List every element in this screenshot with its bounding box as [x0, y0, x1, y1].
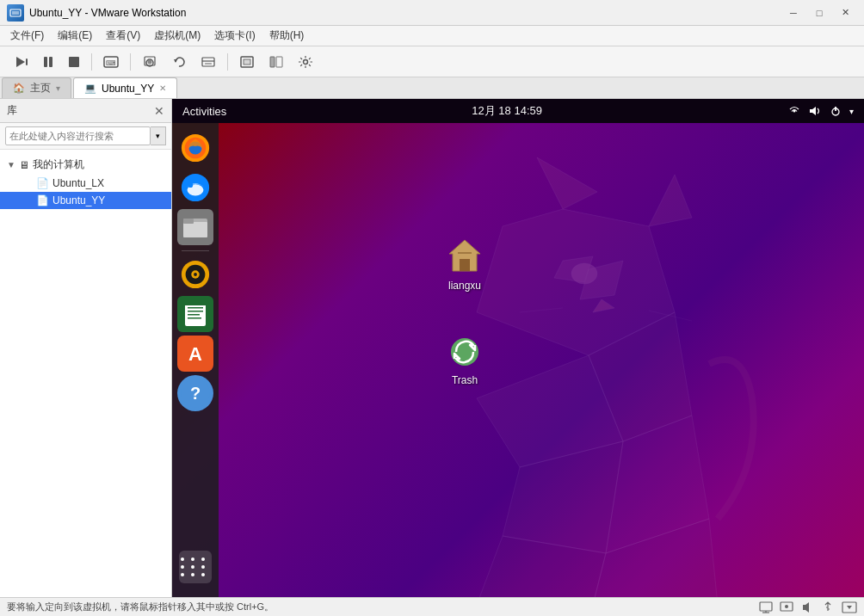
ubuntu-dock: A ? [172, 123, 219, 597]
svg-rect-18 [276, 57, 282, 67]
status-vm-icon [759, 601, 773, 613]
my-computers-label: 我的计算机 [33, 157, 84, 172]
toolbar-separator-2 [130, 53, 131, 71]
sidebar-header: 库 ✕ [0, 99, 171, 123]
my-computers-group: ▼ 🖥 我的计算机 📄 Ubuntu_LX 📄 Ubuntu_YY [0, 153, 171, 211]
menu-view[interactable]: 查看(V) [99, 27, 147, 45]
fullscreen-button[interactable] [233, 50, 261, 74]
statusbar: 要将输入定向到该虚拟机，请将鼠标指针移入其中或按 Ctrl+G。 [0, 597, 864, 616]
settings-button[interactable] [292, 50, 319, 74]
power-icon [829, 104, 842, 118]
suspend-button[interactable] [194, 50, 222, 74]
home-icon-bg [444, 235, 485, 276]
svg-rect-14 [205, 63, 212, 65]
minimize-button[interactable]: ─ [781, 3, 805, 22]
svg-point-11 [148, 59, 152, 64]
svg-rect-56 [188, 317, 201, 319]
titlebar: Ubuntu_YY - VMware Workstation ─ □ ✕ [0, 0, 864, 26]
svg-point-19 [304, 59, 308, 64]
dock-apps-grid[interactable] [179, 551, 212, 583]
dock-appcenter[interactable]: A [177, 336, 213, 372]
view-buttons[interactable] [262, 50, 290, 74]
svg-rect-5 [49, 57, 52, 67]
tab-ubuntu-yy[interactable]: 💻 Ubuntu_YY ✕ [73, 77, 177, 98]
send-ctrl-alt-del-button[interactable]: ⌨ [97, 50, 125, 74]
toolbar-separator-3 [227, 53, 228, 71]
revert-button[interactable] [165, 50, 193, 74]
dock-firefox[interactable] [177, 130, 213, 166]
status-message: 要将输入定向到该虚拟机，请将鼠标指针移入其中或按 Ctrl+G。 [7, 601, 274, 613]
menu-vm[interactable]: 虚拟机(M) [147, 27, 207, 45]
dock-help[interactable]: ? [177, 375, 213, 411]
svg-marker-71 [847, 606, 852, 609]
svg-text:A: A [188, 343, 202, 365]
svg-marker-2 [16, 57, 25, 67]
tab-ubuntu-yy-close[interactable]: ✕ [159, 83, 166, 93]
toolbar-separator-1 [91, 53, 92, 71]
search-input[interactable] [5, 126, 151, 145]
desktop-icon-home[interactable]: liangxu [435, 235, 495, 292]
tree-ubuntu-yy[interactable]: 📄 Ubuntu_YY [0, 192, 171, 209]
svg-text:?: ? [190, 384, 201, 403]
computers-icon: 🖥 [19, 159, 29, 171]
status-icons [759, 601, 857, 613]
close-button[interactable]: ✕ [833, 3, 857, 22]
svg-marker-69 [803, 602, 809, 613]
tab-ubuntu-yy-label: Ubuntu_YY [102, 83, 154, 95]
status-usb-icon [821, 601, 835, 613]
home-icon-label: liangxu [448, 280, 481, 292]
main-area: 库 ✕ ▾ ▼ 🖥 我的计算机 📄 Ubuntu_LX [0, 99, 864, 597]
power-button[interactable] [5, 50, 34, 74]
svg-point-33 [571, 263, 597, 284]
search-dropdown-button[interactable]: ▾ [151, 126, 166, 145]
menu-tabs[interactable]: 选项卡(I) [207, 27, 262, 45]
svg-point-68 [785, 605, 788, 608]
tab-home[interactable]: 🏠 主页 ▾ [2, 77, 71, 98]
vm-tree: ▼ 🖥 我的计算机 📄 Ubuntu_LX 📄 Ubuntu_YY [0, 150, 171, 597]
pause-button[interactable] [36, 50, 60, 74]
dock-libreoffice[interactable] [177, 296, 213, 332]
sidebar: 库 ✕ ▾ ▼ 🖥 我的计算机 📄 Ubuntu_LX [0, 99, 172, 597]
ubuntu-tab-icon: 💻 [84, 83, 96, 94]
svg-marker-12 [174, 59, 177, 63]
dock-files[interactable] [177, 209, 213, 245]
svg-rect-53 [188, 307, 203, 309]
svg-rect-47 [183, 219, 194, 224]
svg-rect-61 [460, 259, 470, 271]
tree-my-computers[interactable]: ▼ 🖥 我的计算机 [0, 155, 171, 175]
maximize-button[interactable]: □ [807, 3, 831, 22]
trash-icon-label: Trash [452, 374, 478, 386]
sidebar-title: 库 [7, 103, 17, 118]
snapshot-button[interactable] [136, 50, 164, 74]
tree-ubuntu-lx[interactable]: 📄 Ubuntu_LX [0, 175, 171, 192]
svg-rect-62 [458, 252, 472, 254]
stop-button[interactable] [62, 50, 86, 74]
svg-rect-3 [26, 59, 28, 65]
tab-home-label: 主页 [30, 81, 51, 95]
menu-file[interactable]: 文件(F) [3, 27, 51, 45]
ubuntu-tray: ▾ [787, 104, 854, 118]
tab-home-close[interactable]: ▾ [56, 83, 60, 93]
menu-edit[interactable]: 编辑(E) [51, 27, 99, 45]
ubuntu-clock: 12月 18 14:59 [472, 103, 542, 119]
ubuntu-desktop[interactable]: A ? [172, 123, 864, 597]
dock-thunderbird[interactable] [177, 169, 213, 206]
activities-label[interactable]: Activities [182, 105, 226, 118]
svg-rect-64 [760, 602, 772, 611]
dock-rhythmbox[interactable] [177, 256, 213, 293]
vm-viewport[interactable]: Activities 12月 18 14:59 ▾ [172, 99, 864, 597]
window-controls: ─ □ ✕ [781, 3, 857, 22]
tray-menu-arrow: ▾ [849, 107, 854, 116]
svg-rect-4 [44, 57, 47, 67]
desktop-icon-trash[interactable]: Trash [435, 330, 495, 386]
svg-rect-17 [270, 57, 275, 67]
dock-separator-1 [182, 250, 209, 251]
search-bar: ▾ [0, 123, 171, 150]
svg-point-51 [194, 273, 197, 276]
sidebar-close-button[interactable]: ✕ [154, 104, 164, 118]
svg-rect-1 [12, 11, 19, 15]
svg-rect-46 [183, 222, 207, 237]
expander-my-computers: ▼ [7, 160, 19, 169]
svg-text:⌨: ⌨ [106, 59, 116, 67]
menu-help[interactable]: 帮助(H) [262, 27, 312, 45]
